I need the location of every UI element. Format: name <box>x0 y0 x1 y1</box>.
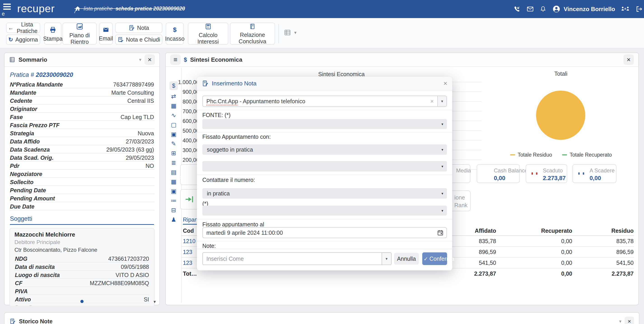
collapse-caret-icon[interactable] <box>619 318 622 324</box>
storico-title: Storico Note <box>19 318 52 324</box>
nota-button[interactable]: Nota <box>115 23 162 33</box>
pratica-number: Pratica #20230009020 <box>10 71 154 78</box>
sommario-title: Sommario <box>18 56 47 63</box>
field-row: Data Affido27/03/2023 <box>10 137 154 145</box>
calcolo-interessi-button[interactable]: Calcolo Interessi <box>188 23 228 45</box>
clear-icon[interactable]: × <box>430 98 434 105</box>
calendar-icon[interactable] <box>437 229 444 236</box>
calendar-day-icon[interactable]: ▣ <box>171 188 176 195</box>
field-row: Pending Amount <box>10 194 154 202</box>
mail-icon[interactable] <box>526 6 534 13</box>
printer-icon <box>49 26 56 34</box>
code-link[interactable]: 123 <box>183 249 192 255</box>
scroll-down-caret-icon[interactable] <box>154 299 156 304</box>
contattare-label: Contattare il numero: <box>202 177 255 183</box>
dialog-close-icon[interactable]: × <box>443 80 447 87</box>
table-icon <box>284 29 291 36</box>
appuntamento-datetime-input[interactable]: martedì 9 aprile 2024 11:00:00 <box>202 227 447 238</box>
field-row: PIVA <box>14 287 150 295</box>
fissato-con-select[interactable]: soggetto in pratica <box>202 144 447 155</box>
merge-arrow-icon <box>184 195 194 204</box>
note-type-combobox[interactable]: Phc.Cnt.App - Appuntamento telefonico × <box>202 96 447 107</box>
user-name[interactable]: Vincenzo Borriello <box>564 6 615 13</box>
sintesi-close-button[interactable]: × <box>624 55 634 65</box>
action-toolbar: ← Lista Pratiche ↻ Aggiorna Stampa Piano… <box>0 18 644 48</box>
field-row: MandanteMarte Consulting <box>10 88 154 97</box>
legend-item[interactable]: Totale Recuperato <box>562 152 612 158</box>
legend-item[interactable]: Totale Residuo <box>510 152 552 158</box>
chart-icon <box>76 23 83 30</box>
fonte-select[interactable] <box>202 119 447 129</box>
appuntamento-label: Fissato appuntamento al <box>202 221 264 228</box>
sommario-close-button[interactable]: × <box>144 55 155 65</box>
lista-pratiche-button[interactable]: ← Lista Pratiche <box>6 23 40 33</box>
chevron-down-icon <box>442 122 443 126</box>
list-code-icon[interactable]: ≔ <box>171 197 176 204</box>
aggiorna-button[interactable]: ↻ Aggiorna <box>6 35 40 45</box>
storico-close-button[interactable]: × <box>624 316 634 324</box>
stampa-button[interactable]: Stampa <box>44 23 62 45</box>
brand-wrapped-letter: e <box>2 11 5 17</box>
soggetto-role: Debitore Principale <box>14 239 150 245</box>
code-link[interactable]: 123 <box>183 260 192 266</box>
conferma-button[interactable]: Conferma <box>422 252 447 265</box>
people-transfer-icon[interactable] <box>621 6 630 13</box>
logout-icon[interactable] <box>636 6 643 13</box>
kpi-card-cash-balance: Cash Balance 0,00 <box>477 164 520 183</box>
secondary-select[interactable] <box>202 161 447 171</box>
layout-grid-dropdown[interactable] <box>284 29 296 36</box>
person-icon[interactable]: ♟ <box>171 216 176 223</box>
user-avatar-icon[interactable] <box>552 5 560 13</box>
menu-hamburger-icon[interactable] <box>3 4 11 11</box>
bell-icon[interactable] <box>540 6 546 13</box>
phone-incoming-icon[interactable] <box>514 6 521 13</box>
annulla-button[interactable]: Annulla <box>394 253 419 264</box>
email-icon <box>102 27 109 33</box>
field-row: Sollecito <box>10 178 154 186</box>
brand-logo[interactable]: recuper <box>17 2 55 15</box>
chevron-down-icon <box>442 191 443 196</box>
kpi-card-scaduto: Scaduto 2.273,87 <box>526 164 567 183</box>
journal-icon <box>9 57 15 63</box>
kpi-card-a-scadere: A Scadere 0,00 <box>572 164 616 183</box>
field-row: Data di nascita09/05/1988 <box>14 262 150 271</box>
calendar-12-icon[interactable]: ▦ <box>171 178 176 185</box>
scroll-indicator-dot[interactable] <box>80 300 84 303</box>
toolbar-divider <box>278 24 279 43</box>
panel-menu-button[interactable]: ≡ <box>170 55 181 65</box>
book-icon <box>249 23 256 30</box>
breadcrumb: / lista pratiche / scheda pratica 202300… <box>74 6 185 12</box>
chevron-down-icon <box>442 209 443 213</box>
legend-swatch <box>562 154 567 155</box>
soggetto-name: Mazzocchi Melchiorre <box>14 231 150 238</box>
required-select[interactable] <box>202 206 447 216</box>
folder-move-icon[interactable]: ⊟ <box>171 207 176 213</box>
sommario-panel: Sommario × Pratica #20230009020 NºPratic… <box>4 53 160 305</box>
piano-di-rientro-button[interactable]: Piano di Rientro <box>62 23 97 45</box>
chevron-down-icon[interactable] <box>438 96 446 106</box>
incasso-button[interactable]: $ Incasso <box>166 23 184 45</box>
top-navbar: e recuper / lista pratiche / scheda prat… <box>0 0 644 18</box>
inserisci-come-select[interactable]: Inserisci Come <box>202 252 392 265</box>
contattare-select[interactable]: in pratica <box>202 188 447 199</box>
nota-e-chiudi-button[interactable]: Nota e Chiudi <box>115 35 162 45</box>
field-row: Luogo di nascitaVITO D ASIO <box>14 271 150 279</box>
select-placeholder: Inserisci Come <box>206 255 244 262</box>
field-row: Negoziatore <box>10 170 154 178</box>
collapse-caret-icon[interactable] <box>139 57 141 62</box>
field-row: Data Scad. Orig.29/05/2023 <box>10 153 154 162</box>
soggetto-card[interactable]: Mazzocchi Melchiorre Debitore Principale… <box>10 228 154 306</box>
note-icon <box>128 25 135 31</box>
field-row: NDG4736617203720 <box>14 254 150 262</box>
email-button[interactable]: Email <box>99 23 113 45</box>
refresh-icon: ↻ <box>8 36 13 43</box>
relazione-conclusiva-button[interactable]: Relazione Conclusiva <box>230 23 275 45</box>
code-link[interactable]: 1210 <box>183 238 196 244</box>
inserimento-nota-dialog: Inserimento Nota × Phc.Cnt.App - Appunta… <box>197 77 452 270</box>
chevron-down-icon <box>442 148 443 152</box>
sintesi-title: Sintesi Economica <box>190 56 242 63</box>
note-check-icon <box>118 37 124 43</box>
dialog-title: Inserimento Nota <box>212 80 256 87</box>
field-row: Data Scadenza29/05/2023 (63 gg) <box>10 145 154 153</box>
soggetti-section-title: Soggetti <box>10 215 154 225</box>
